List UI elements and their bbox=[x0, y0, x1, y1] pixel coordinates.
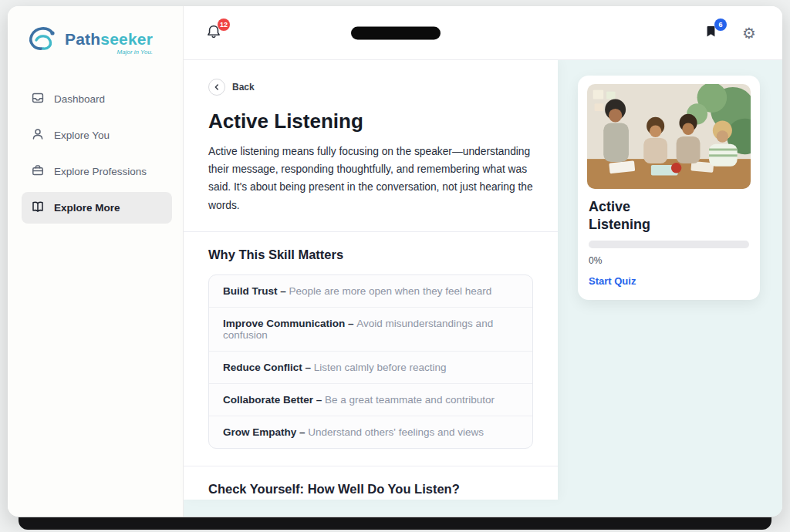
app-window: Pathseeker Major in You. Dashboard bbox=[8, 6, 782, 517]
window-bottom-frame bbox=[19, 517, 771, 530]
benefit-title: Collaborate Better – bbox=[223, 394, 325, 406]
check-yourself-heading: Check Yourself: How Well Do You Listen? bbox=[208, 482, 533, 497]
back-button[interactable]: Back bbox=[208, 79, 255, 96]
section-divider bbox=[184, 466, 558, 466]
benefit-desc: Listen calmly before reacting bbox=[314, 362, 447, 373]
briefcase-icon bbox=[31, 163, 45, 180]
why-skill-heading: Why This Skill Matters bbox=[208, 247, 533, 262]
notifications-button[interactable]: 12 bbox=[201, 20, 227, 46]
start-quiz-link[interactable]: Start Quiz bbox=[589, 275, 636, 287]
quiz-card-title: Active Listening bbox=[589, 198, 681, 233]
benefit-title: Improve Communication – bbox=[223, 318, 356, 329]
sidebar-item-label: Dashboard bbox=[54, 93, 105, 105]
benefit-desc: Be a great teammate and contributor bbox=[325, 394, 495, 406]
open-book-icon bbox=[31, 200, 45, 216]
list-item: Improve Communication – Avoid misunderst… bbox=[209, 308, 532, 352]
sidebar: Pathseeker Major in You. Dashboard bbox=[8, 6, 184, 517]
brand-name-primary: Path bbox=[65, 30, 100, 48]
chevron-left-icon bbox=[208, 79, 225, 96]
sidebar-item-label: Explore More bbox=[54, 202, 120, 214]
sidebar-item-explore-more[interactable]: Explore More bbox=[22, 192, 172, 224]
brand-tagline: Major in You. bbox=[65, 49, 153, 56]
notification-badge: 12 bbox=[218, 19, 230, 31]
course-photo bbox=[587, 84, 751, 189]
bookmark-badge: 6 bbox=[714, 19, 727, 31]
person-icon bbox=[31, 127, 45, 143]
list-item: Grow Empathy – Understand others' feelin… bbox=[209, 416, 532, 448]
top-bar: 12 6 ⚙ bbox=[184, 6, 782, 60]
brand-logo: Pathseeker Major in You. bbox=[22, 23, 172, 60]
brand-name-secondary: seeker bbox=[100, 30, 153, 48]
sidebar-item-label: Explore Professions bbox=[54, 166, 147, 177]
screen: Pathseeker Major in You. Dashboard bbox=[0, 0, 790, 532]
top-bar-actions: 6 ⚙ bbox=[697, 20, 762, 46]
list-item: Collaborate Better – Be a great teammate… bbox=[209, 384, 532, 416]
benefit-title: Reduce Conflict – bbox=[223, 362, 314, 373]
section-divider bbox=[184, 231, 558, 232]
sidebar-nav: Dashboard Explore You bbox=[22, 83, 172, 224]
sidebar-item-explore-professions[interactable]: Explore Professions bbox=[22, 156, 172, 187]
quiz-progress-bar bbox=[589, 241, 749, 248]
settings-button[interactable]: ⚙ bbox=[736, 20, 762, 46]
list-item: Reduce Conflict – Listen calmly before r… bbox=[209, 352, 532, 384]
brand-name: Pathseeker Major in You. bbox=[65, 23, 153, 56]
gear-icon: ⚙ bbox=[742, 25, 756, 41]
main-region: 12 6 ⚙ bbox=[184, 6, 782, 517]
lesson-description: Active listening means fully focusing on… bbox=[208, 143, 533, 214]
brand-swirl-icon bbox=[25, 23, 59, 60]
benefit-desc: Understand others' feelings and views bbox=[308, 426, 484, 438]
skill-benefits-card: Build Trust – People are more open when … bbox=[208, 274, 533, 449]
inbox-icon bbox=[31, 91, 45, 107]
benefit-title: Build Trust – bbox=[223, 285, 289, 297]
aside-panel: Active Listening 0% Start Quiz bbox=[558, 60, 782, 517]
benefit-desc: People are more open when they feel hear… bbox=[289, 285, 492, 297]
redacted-text-bar bbox=[351, 26, 441, 39]
sidebar-item-label: Explore You bbox=[54, 130, 110, 141]
benefit-title: Grow Empathy – bbox=[223, 426, 308, 438]
lesson-main-column: Back Active Listening Active listening m… bbox=[184, 60, 558, 500]
list-item: Build Trust – People are more open when … bbox=[209, 275, 532, 308]
page-title: Active Listening bbox=[208, 109, 533, 133]
quiz-progress-percent: 0% bbox=[589, 255, 751, 266]
sidebar-item-dashboard[interactable]: Dashboard bbox=[22, 83, 172, 115]
back-label: Back bbox=[232, 82, 255, 93]
sidebar-item-explore-you[interactable]: Explore You bbox=[22, 120, 172, 151]
bookmarks-button[interactable]: 6 bbox=[697, 20, 724, 46]
quiz-card: Active Listening 0% Start Quiz bbox=[578, 76, 760, 300]
content-area: Back Active Listening Active listening m… bbox=[184, 60, 782, 517]
